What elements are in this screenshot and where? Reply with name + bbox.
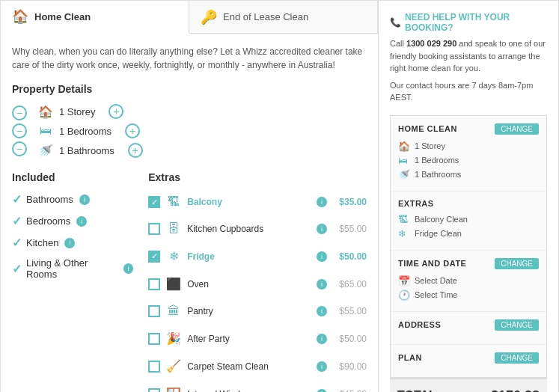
- bedrooms-info-icon[interactable]: i: [76, 216, 87, 227]
- time-date-header: TIME AND DATE CHANGE: [398, 258, 539, 269]
- windows-price: $45.00: [333, 389, 367, 393]
- time-date-section-title: TIME AND DATE: [398, 259, 466, 268]
- after-party-icon: 🎉: [166, 331, 181, 346]
- after-party-price: $50.00: [333, 334, 367, 344]
- fridge-icon: ❄: [166, 249, 181, 263]
- booking-home-clean-section: HOME CLEAN CHANGE 🏠 1 Storey 🛏 1 Bedroom…: [391, 116, 546, 192]
- pantry-info-icon[interactable]: i: [317, 306, 327, 316]
- after-party-checkbox[interactable]: [148, 333, 160, 345]
- extras-kitchen-cupboards-row: 🗄 Kitchen Cupboards i $55.00: [148, 219, 367, 239]
- extras-windows-row: 🪟 Internal Windows i $45.00: [148, 384, 367, 392]
- pantry-label: Pantry: [187, 306, 309, 316]
- card-bathroom-label: 1 Bathrooms: [415, 170, 461, 179]
- property-controls-row: − − − 🏠 1 Storey + 🛏 1 Bedrooms: [12, 104, 367, 158]
- help-hours: Our contact hours are 7 days 8am-7pm AES…: [390, 79, 547, 104]
- fridge-checkbox[interactable]: [148, 251, 160, 263]
- included-bathrooms: ✓ Bathrooms i: [12, 192, 133, 206]
- bedroom-icon: 🛏: [38, 124, 53, 138]
- fridge-price: $50.00: [333, 251, 367, 262]
- extras-title: Extras: [148, 171, 367, 183]
- booking-card: HOME CLEAN CHANGE 🏠 1 Storey 🛏 1 Bedroom…: [390, 115, 547, 378]
- total-bar: TOTAL $176.38: [390, 378, 547, 393]
- card-bedroom-icon: 🛏: [398, 155, 410, 166]
- extras-oven-row: ⬛ Oven i $65.00: [148, 274, 367, 294]
- bedrooms-label: Bedrooms: [26, 215, 70, 227]
- carpet-label: Carpet Steam Clean: [187, 361, 309, 372]
- tab-home-clean[interactable]: 🏠 Home Clean: [1, 1, 189, 34]
- help-section: 📞 NEED HELP WITH YOUR BOOKING? Call 1300…: [390, 12, 547, 104]
- intro-text: Why clean, when you can do literally any…: [12, 45, 367, 72]
- bathroom-minus-button[interactable]: −: [12, 141, 27, 156]
- carpet-checkbox[interactable]: [148, 361, 160, 373]
- end-of-lease-icon: 🔑: [201, 9, 217, 25]
- extras-fridge-row: ❄ Fridge i $50.00: [148, 246, 367, 266]
- included-extras-container: Included ✓ Bathrooms i ✓ Bedrooms i ✓ Ki…: [12, 171, 367, 392]
- kitchen-cupboards-info-icon[interactable]: i: [317, 224, 327, 234]
- card-fridge-item: ❄ Fridge Clean: [398, 228, 539, 239]
- extras-header: EXTRAS: [398, 199, 539, 208]
- booking-address-section: ADDRESS CHANGE: [391, 312, 546, 345]
- extras-pantry-row: 🏛 Pantry i $55.00: [148, 301, 367, 321]
- tab-end-of-lease-label: End of Lease Clean: [223, 11, 308, 22]
- balcony-info-icon[interactable]: i: [317, 197, 327, 207]
- kitchen-cupboards-label: Kitchen Cupboards: [187, 224, 309, 234]
- oven-info-icon[interactable]: i: [317, 279, 327, 290]
- address-header: ADDRESS CHANGE: [398, 319, 539, 331]
- bedrooms-check-icon: ✓: [12, 214, 22, 228]
- property-minus-buttons: − − −: [12, 105, 27, 156]
- bathrooms-check-icon: ✓: [12, 192, 22, 206]
- windows-label: Internal Windows: [187, 389, 309, 393]
- carpet-info-icon[interactable]: i: [317, 361, 327, 372]
- total-amount: $176.38: [491, 388, 540, 393]
- kitchen-check-icon: ✓: [12, 236, 22, 250]
- total-label: TOTAL: [397, 389, 436, 392]
- time-date-change-button[interactable]: CHANGE: [495, 258, 539, 269]
- help-text: Call 1300 029 290 and speak to one of ou…: [390, 37, 547, 75]
- extras-section: Extras 🏗 Balcony i $35.00 🗄 Kitchen Cupb…: [148, 171, 367, 392]
- extras-balcony-row: 🏗 Balcony i $35.00: [148, 192, 367, 212]
- after-party-info-icon[interactable]: i: [317, 334, 327, 344]
- phone-icon: 📞: [390, 17, 401, 28]
- right-panel: 📞 NEED HELP WITH YOUR BOOKING? Call 1300…: [379, 1, 558, 392]
- extras-carpet-row: 🧹 Carpet Steam Clean i $90.00: [148, 356, 367, 376]
- pantry-checkbox[interactable]: [148, 305, 160, 317]
- kitchen-cupboards-checkbox[interactable]: [148, 223, 160, 235]
- balcony-checkbox[interactable]: [148, 196, 160, 208]
- bedroom-item: 🛏 1 Bedrooms +: [38, 123, 143, 138]
- storey-minus-button[interactable]: −: [12, 105, 27, 120]
- home-clean-icon: 🏠: [12, 8, 28, 25]
- address-section-title: ADDRESS: [398, 320, 441, 329]
- included-section: Included ✓ Bathrooms i ✓ Bedrooms i ✓ Ki…: [12, 171, 133, 392]
- home-clean-section-title: HOME CLEAN: [398, 124, 457, 133]
- windows-checkbox[interactable]: [148, 388, 160, 393]
- oven-checkbox[interactable]: [148, 278, 160, 290]
- property-items: 🏠 1 Storey + 🛏 1 Bedrooms + 🚿 1 Bathroom…: [38, 104, 143, 158]
- extras-section-title: EXTRAS: [398, 199, 434, 208]
- help-phone: 1300 029 290: [406, 39, 456, 48]
- bathrooms-info-icon[interactable]: i: [79, 195, 90, 205]
- bedroom-plus-button[interactable]: +: [125, 123, 140, 138]
- windows-info-icon[interactable]: i: [317, 389, 327, 393]
- carpet-price: $90.00: [333, 361, 367, 372]
- card-bathroom-item: 🚿 1 Bathrooms: [398, 169, 539, 180]
- included-living: ✓ Living & Other Rooms i: [12, 257, 133, 280]
- plan-change-button[interactable]: CHANGE: [495, 352, 539, 364]
- living-check-icon: ✓: [12, 262, 22, 276]
- address-change-button[interactable]: CHANGE: [495, 319, 539, 331]
- tab-end-of-lease[interactable]: 🔑 End of Lease Clean: [189, 1, 378, 33]
- card-balcony-label: Balcony Clean: [415, 215, 468, 224]
- bathroom-plus-button[interactable]: +: [128, 143, 143, 158]
- oven-price: $65.00: [333, 279, 367, 290]
- card-bedroom-item: 🛏 1 Bedrooms: [398, 155, 539, 166]
- storey-plus-button[interactable]: +: [109, 104, 123, 119]
- card-balcony-icon: 🏗: [398, 214, 410, 225]
- card-fridge-icon: ❄: [398, 228, 410, 239]
- carpet-icon: 🧹: [166, 359, 181, 373]
- home-clean-change-button[interactable]: CHANGE: [495, 123, 539, 135]
- fridge-label: Fridge: [187, 251, 309, 262]
- fridge-info-icon[interactable]: i: [317, 251, 327, 262]
- living-info-icon[interactable]: i: [123, 263, 133, 274]
- card-balcony-item: 🏗 Balcony Clean: [398, 214, 539, 225]
- kitchen-info-icon[interactable]: i: [64, 238, 75, 248]
- bedroom-minus-button[interactable]: −: [12, 123, 27, 138]
